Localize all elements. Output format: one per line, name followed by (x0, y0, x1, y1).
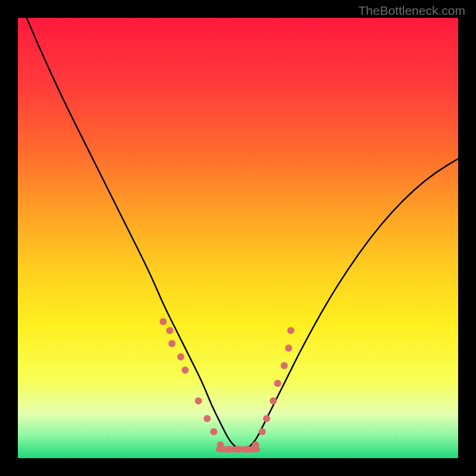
chart-plot-area (18, 18, 458, 458)
scatter-point (281, 362, 288, 369)
scatter-point (203, 415, 211, 422)
scatter-point (166, 327, 173, 334)
scatter-point (159, 318, 167, 325)
chart-curve (27, 18, 458, 449)
scatter-point (270, 397, 277, 405)
scatter-point (226, 446, 233, 453)
scatter-point (263, 415, 270, 422)
scatter-point (285, 345, 292, 352)
scatter-point (177, 353, 184, 361)
scatter-point (168, 340, 176, 347)
scatter-point (217, 441, 224, 449)
scatter-point (287, 327, 295, 334)
scatter-point (210, 428, 217, 436)
scatter-point (252, 441, 259, 449)
chart-overlay (18, 18, 458, 458)
scatter-point (234, 446, 242, 453)
scatter-point (259, 428, 266, 436)
watermark-text: TheBottleneck.com (358, 4, 465, 18)
scatter-point (181, 367, 189, 374)
scatter-point (274, 380, 281, 387)
scatter-point (243, 446, 250, 453)
scatter-point (195, 397, 202, 405)
